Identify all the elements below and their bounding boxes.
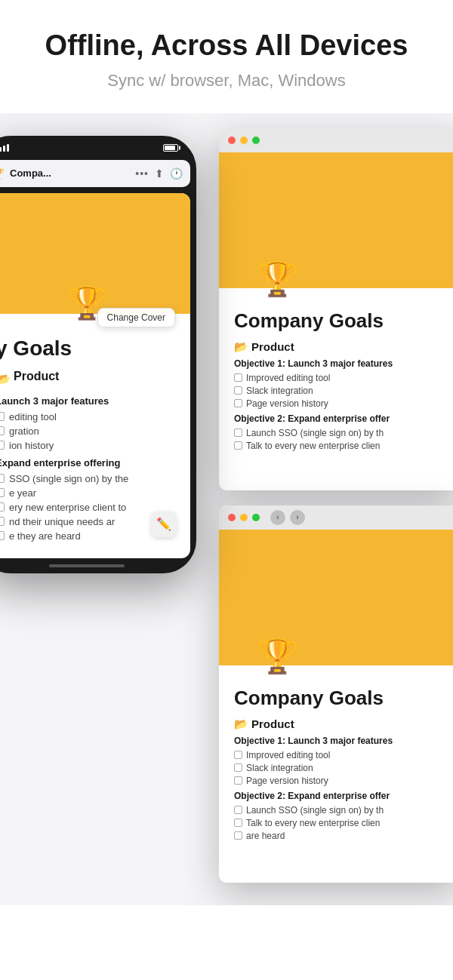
signal-icon bbox=[0, 144, 9, 152]
browser-2-maximize-button[interactable] bbox=[252, 514, 260, 521]
toolbar-trophy-icon: 🏆 bbox=[0, 167, 4, 180]
checkbox-integration[interactable] bbox=[0, 426, 5, 435]
browser-2-section-icon: 📂 bbox=[234, 717, 248, 731]
browser-1-section: 📂 Product bbox=[234, 340, 445, 354]
checkbox-editing-tool[interactable] bbox=[0, 412, 5, 421]
checkbox-label: e year bbox=[9, 487, 36, 499]
phone-objective-2: Expand enterprise offering bbox=[0, 457, 178, 468]
browser-2-checkbox-1a[interactable] bbox=[234, 751, 242, 759]
edit-fab-button[interactable]: ✏️ bbox=[151, 512, 177, 537]
checkbox-label: Page version history bbox=[246, 398, 328, 409]
browser-titlebar-2: ‹ › bbox=[219, 505, 453, 530]
list-item: SSO (single sign on) by the bbox=[0, 473, 178, 484]
browser-2-forward-button[interactable]: › bbox=[290, 510, 305, 525]
list-item: Talk to every new enterprise clien bbox=[234, 441, 445, 451]
checkbox-label: Talk to every new enterprise clien bbox=[246, 441, 380, 451]
list-item: ion history bbox=[0, 440, 178, 451]
phone-toolbar: 🏆 Compa... ••• ⬆ 🕐 bbox=[0, 160, 190, 187]
list-item: Improved editing tool bbox=[234, 750, 445, 760]
browser-mockup-2: ‹ › 🏆 Company Goals 📂 Product Objective … bbox=[219, 505, 453, 883]
checkbox-needs[interactable] bbox=[0, 517, 5, 526]
checkbox-label: Slack integration bbox=[246, 386, 313, 396]
toolbar-more-icon[interactable]: ••• bbox=[135, 167, 149, 180]
page-subtitle: Sync w/ browser, Mac, Windows bbox=[23, 71, 430, 91]
checkbox-sso[interactable] bbox=[0, 474, 5, 483]
list-item: Slack integration bbox=[234, 386, 445, 396]
browser-maximize-button[interactable] bbox=[252, 137, 260, 144]
browser-2-checkbox-2c[interactable] bbox=[234, 831, 242, 840]
browser-titlebar-1 bbox=[219, 128, 453, 152]
browser-1-objective-2: Objective 2: Expand enterprise offer bbox=[234, 413, 445, 424]
checkbox-label: gration bbox=[9, 425, 39, 437]
browser-mockup-1: 🏆 Company Goals 📂 Product Objective 1: L… bbox=[219, 128, 453, 490]
list-item: are heard bbox=[234, 831, 445, 841]
checkbox-label: ion history bbox=[9, 440, 54, 451]
browser-1-content: Company Goals 📂 Product Objective 1: Lau… bbox=[219, 288, 453, 465]
browser-checkbox-1a[interactable] bbox=[234, 373, 242, 382]
browser-checkbox-1b[interactable] bbox=[234, 386, 242, 395]
checkbox-heard[interactable] bbox=[0, 531, 5, 540]
list-item: Page version history bbox=[234, 776, 445, 786]
change-cover-button[interactable]: Change Cover bbox=[97, 308, 175, 327]
toolbar-title: Compa... bbox=[10, 167, 129, 179]
browser-2-minimize-button[interactable] bbox=[240, 514, 248, 521]
browser-1-page-title: Company Goals bbox=[234, 309, 445, 333]
list-item: Talk to every new enterprise clien bbox=[234, 818, 445, 828]
checkbox-label: Slack integration bbox=[246, 763, 313, 773]
list-item: e year bbox=[0, 487, 178, 499]
browser-1-objective-1: Objective 1: Launch 3 major features bbox=[234, 358, 445, 369]
checkbox-version-history[interactable] bbox=[0, 441, 5, 450]
phone-notch bbox=[38, 136, 136, 157]
browser-2-checkbox-1b[interactable] bbox=[234, 763, 242, 772]
browser-2-trophy-icon: 🏆 bbox=[257, 637, 298, 676]
browser-2-checkbox-2b[interactable] bbox=[234, 819, 242, 827]
browser-checkbox-2a[interactable] bbox=[234, 429, 242, 437]
list-item: Slack integration bbox=[234, 763, 445, 773]
browser-2-content: Company Goals 📂 Product Objective 1: Lau… bbox=[219, 665, 453, 856]
browser-2-page-title: Company Goals bbox=[234, 687, 445, 710]
checkbox-label: SSO (single sign on) by the bbox=[9, 473, 128, 484]
browser-checkbox-2b[interactable] bbox=[234, 441, 242, 450]
list-item: Launch SSO (single sign on) by th bbox=[234, 428, 445, 438]
browser-2-section: 📂 Product bbox=[234, 717, 445, 731]
checkbox-label: editing tool bbox=[9, 411, 57, 422]
toolbar-history-icon[interactable]: 🕐 bbox=[170, 167, 183, 180]
phone-page-title: y Goals bbox=[0, 336, 178, 361]
toolbar-share-icon[interactable]: ⬆ bbox=[155, 167, 164, 180]
list-item: Page version history bbox=[234, 398, 445, 409]
browser-1-cover: 🏆 bbox=[219, 152, 453, 288]
header-section: Offline, Across All Devices Sync w/ brow… bbox=[0, 0, 453, 113]
list-item: Launch SSO (single sign on) by th bbox=[234, 805, 445, 816]
browser-2-objective-2: Objective 2: Expand enterprise offer bbox=[234, 791, 445, 801]
checkbox-enterprise[interactable] bbox=[0, 502, 5, 512]
browser-2-cover: 🏆 bbox=[219, 530, 453, 665]
browser-2-checkbox-2a[interactable] bbox=[234, 806, 242, 814]
phone-section-title: Product bbox=[14, 370, 59, 383]
phone-content: 🏆 Change Cover y Goals 📂 Product Launch … bbox=[0, 193, 190, 558]
checkbox-label: Launch SSO (single sign on) by th bbox=[246, 428, 384, 438]
browser-checkbox-1c[interactable] bbox=[234, 399, 242, 407]
browser-2-back-button[interactable]: ‹ bbox=[270, 510, 285, 525]
phone-cover: 🏆 Change Cover bbox=[0, 193, 190, 314]
checkbox-label: are heard bbox=[246, 831, 285, 841]
list-item: Improved editing tool bbox=[234, 373, 445, 383]
checkbox-label: Launch SSO (single sign on) by th bbox=[246, 805, 384, 816]
browser-minimize-button[interactable] bbox=[240, 137, 248, 144]
phone-objective-1: Launch 3 major features bbox=[0, 395, 178, 407]
checkbox-label: Page version history bbox=[246, 776, 328, 786]
browser-2-checkbox-1c[interactable] bbox=[234, 776, 242, 785]
checkbox-year[interactable] bbox=[0, 488, 5, 497]
home-indicator bbox=[49, 564, 125, 567]
page-title: Offline, Across All Devices bbox=[23, 30, 430, 62]
list-item: gration bbox=[0, 425, 178, 437]
checkbox-label: Improved editing tool bbox=[246, 373, 330, 383]
battery-icon bbox=[163, 144, 178, 152]
checkbox-label: Talk to every new enterprise clien bbox=[246, 818, 380, 828]
checkbox-label: nd their unique needs ar bbox=[9, 516, 115, 527]
list-item: ery new enterprise client to bbox=[0, 502, 178, 513]
browser-2-close-button[interactable] bbox=[228, 514, 236, 521]
devices-section: 📶 🏆 Compa... ••• ⬆ 🕐 🏆 Change Cover y Go… bbox=[0, 113, 453, 905]
browser-close-button[interactable] bbox=[228, 137, 236, 144]
checkbox-label: e they are heard bbox=[9, 530, 81, 542]
browser-1-section-icon: 📂 bbox=[234, 340, 248, 354]
